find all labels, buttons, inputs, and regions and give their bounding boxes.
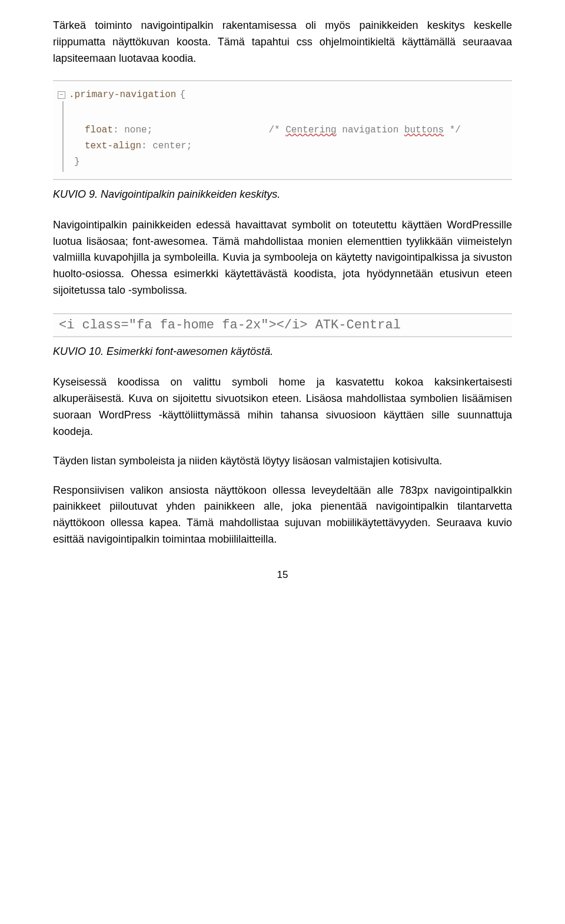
fold-minus-icon: −	[58, 91, 65, 99]
document-page: Tärkeä toiminto navigointipalkin rakenta…	[0, 0, 565, 604]
css-code-block: − .primary-navigation { float: none;text…	[53, 80, 512, 180]
css-comment: /* Centering navigation buttons */	[268, 107, 460, 155]
paragraph-4: Responsiivisen valikon ansiosta näyttöko…	[53, 483, 512, 549]
figure-9-code: − .primary-navigation { float: none;text…	[53, 80, 512, 180]
paragraph-1: Tärkeä toiminto navigointipalkin rakenta…	[53, 18, 512, 67]
paragraph-3: Kyseisessä koodissa on valittu symboli h…	[53, 374, 512, 440]
page-number: 15	[53, 569, 512, 581]
css-properties: float: none;text-align: center;	[85, 107, 192, 155]
figure-10-code: <i class="fa fa-home fa-2x"></i> ATK-Cen…	[53, 313, 512, 337]
code-body: float: none;text-align: center; /* Cente…	[58, 107, 507, 155]
paragraph-3b: Täyden listan symboleista ja niiden käyt…	[53, 453, 512, 470]
paragraph-2: Navigointipalkin painikkeiden edessä hav…	[53, 217, 512, 299]
css-selector: .primary-navigation	[69, 87, 176, 103]
figure-9-caption: KUVIO 9. Navigointipalkin painikkeiden k…	[53, 188, 512, 201]
spellcheck-squiggle: Centering	[285, 125, 336, 135]
code-line-selector: − .primary-navigation {	[58, 87, 507, 103]
open-brace: {	[180, 87, 185, 103]
code-fold-gutter	[62, 101, 64, 172]
figure-10-caption: KUVIO 10. Esimerkki font-awesomen käytös…	[53, 345, 512, 358]
spellcheck-squiggle: buttons	[404, 125, 444, 135]
html-snippet: <i class="fa fa-home fa-2x"></i> ATK-Cen…	[59, 318, 401, 333]
close-brace: }	[58, 154, 507, 170]
